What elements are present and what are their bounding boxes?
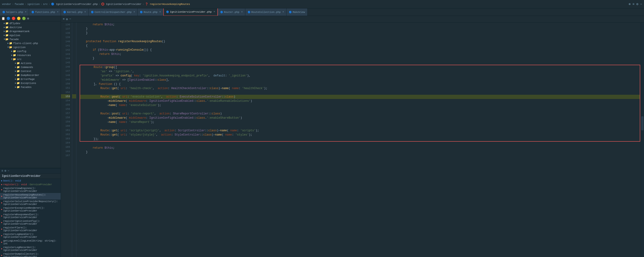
code-line-161: Route::get( uri: 'scripts/{script}', act… [80,129,640,133]
minus-toolbar-icon[interactable]: − [69,17,71,21]
arrow-icon: ▼ [8,46,9,49]
struct-toolbar-icon3[interactable]: − [8,169,9,173]
settings-icon[interactable]: ⚙ [636,2,638,6]
folder-icon: 📂 [9,46,12,49]
sidebar-item-doctrine[interactable]: ▶ 📁 doctrine [0,25,61,29]
tab-label: Router.php [224,11,240,14]
sidebar-item-label: DumpRecorder [20,74,39,77]
sidebar-item-context[interactable]: ▶ 📁 Context [0,69,61,73]
struct-item-exception-renderer[interactable]: ● registerExceptionRenderer(): IgnitionS… [0,206,61,213]
tab-label: MakeView [292,11,305,14]
sidebar-toolbar-icon6[interactable]: ⚙ [27,17,29,21]
sidebar-item-config[interactable]: ▶ 📁 config [0,49,61,53]
sidebar-item-exceptions[interactable]: ▶ 📁 Exceptions [0,81,61,85]
tab-label: Route.php [144,11,158,14]
struct-item-ignition-config[interactable]: ● registerIgnitionConfig(): IgnitionServ… [0,219,61,226]
folder-icon: 📂 [13,58,16,61]
struct-item-label: registerDumpCollector(): IgnitionService… [3,252,60,257]
sidebar-item-dragonmantank[interactable]: ▶ 📁 dragonmantank [0,29,61,33]
sidebar-item-resources[interactable]: ▶ 📁 resources [0,53,61,57]
tab-ignition-service-provider[interactable]: 🔵 IgnitionServiceProvider.php × [163,9,218,16]
struct-item-housekeeping[interactable]: ● registerHousekeepingRoutes(): Ignition… [0,193,61,199]
left-panel: 📋 🔵 🔴 🟡 🟢 ⚙ ▶ 📁 dflydev ▶ 📁 doctrine [0,16,61,257]
breadcrumb-file[interactable]: 🔵 IgnitionServiceProvider.php [51,3,98,6]
breadcrumb: vendor › facade › ignition › src › 🔵 Ign… [2,3,627,6]
tabs-bar: 🔵 helpers.php × 🔵 functions.php × 🔵 Kern… [0,9,644,16]
sidebar-item-facades[interactable]: ▶ 📁 Facades [0,85,61,89]
tab-route-collection[interactable]: 🔵 RouteCollection.php × [245,9,286,16]
sidebar-item-errorpage[interactable]: ▶ 📁 ErrorPage [0,77,61,81]
tab-controller-dispatcher[interactable]: 🔵 ControllerDispatcher.php × [88,9,138,16]
code-line-166: } [79,150,641,154]
code-line-139 [79,35,641,39]
breadcrumb-facade[interactable]: facade [14,3,24,6]
struct-item-boot[interactable]: ● boot(): void [0,179,61,183]
arrow-icon: ▶ [15,70,16,73]
breadcrumb-vendor[interactable]: vendor [2,3,11,6]
code-line-155: →name( name: 'executeSolution'); [80,103,640,107]
breadcrumb-class[interactable]: ⭕ IgnitionServiceProvider [101,3,142,6]
folder-icon: 📁 [6,22,9,25]
tab-functions[interactable]: 🔵 functions.php × [29,9,61,16]
struct-item-whoops[interactable]: ● registerWhoopsHandler(): IgnitionServi… [0,213,61,219]
close-tab-icon[interactable]: × [241,11,243,13]
structure-panel: ≡ ⚙ − IgnitionServiceProvider ● boot(): … [0,168,61,257]
struct-item-dump-collector[interactable]: ● registerDumpCollector(): IgnitionServi… [0,252,61,257]
code-line-152 [80,91,640,95]
method-icon: ● [1,241,2,244]
tab-router[interactable]: 🔵 Router.php × [218,9,245,16]
sidebar-item-ignition[interactable]: ▼ 📂 ignition [0,45,61,49]
sidebar-item-commands[interactable]: ▶ 📁 Commands [0,65,61,69]
close-tab-icon[interactable]: × [57,11,58,13]
sidebar-toolbar-icon3[interactable]: 🔴 [12,17,16,21]
sidebar-item-egulias[interactable]: ▶ 📁 egulias [0,33,61,37]
sidebar-item-label: flare-client-php [13,42,38,45]
php-icon: 🔵 [63,11,66,14]
close-tab-icon[interactable]: × [214,11,215,13]
code-content[interactable]: return $this; } } protected function reg… [76,23,641,257]
breadcrumb-method[interactable]: ❓ registerHousekeepingRoutes [145,3,190,6]
struct-item-label: registerViewEngines(): IgnitionServicePr… [3,187,60,192]
struct-toolbar-icon1[interactable]: ≡ [2,169,3,173]
close-tab-icon[interactable]: × [282,11,284,13]
tab-kernel[interactable]: 🔵 Kernel.php × [61,9,88,16]
close-tab-icon[interactable]: × [25,11,26,13]
code-line-144: } [79,56,641,61]
breadcrumb-src[interactable]: src [43,3,48,6]
sidebar-item-dumprecorder[interactable]: ▶ 📁 DumpRecorder [0,73,61,77]
settings-toolbar-icon[interactable]: ⚙ [66,17,68,21]
close-tab-icon[interactable]: × [159,11,161,13]
struct-item-log-recorder[interactable]: ● registerLogRecorder(): IgnitionService… [0,245,61,252]
tab-helpers[interactable]: 🔵 helpers.php × [0,9,29,16]
code-editor[interactable]: 136 137 138 139 140 141 142 143 144 145 … [61,23,644,257]
struct-item-log-handler[interactable]: ● registerLogHandler(): IgnitionServiceP… [0,232,61,239]
sidebar-item-actions[interactable]: ▶ 📁 Actions [0,61,61,65]
sidebar-item-dflydev[interactable]: ▶ 📁 dflydev [0,21,61,25]
sidebar-toolbar-icon1[interactable]: 📋 [2,17,5,21]
sidebar-toolbar-icon4[interactable]: 🟡 [17,17,20,21]
scrollbar-minimap[interactable] [641,23,644,257]
sidebar-item-flare[interactable]: ▶ 📁 flare-client-php [0,41,61,45]
minus-icon[interactable]: − [640,2,642,6]
tab-route[interactable]: 🔵 Route.php × [138,9,163,16]
align-icon[interactable]: ≡ [632,2,634,6]
sidebar-toolbar-icon2[interactable]: 🔵 [6,17,10,21]
sidebar-toolbar-icon5[interactable]: 🟢 [22,17,26,21]
struct-item-register[interactable]: ● register(): void ↑ServiceProvider [0,183,61,186]
struct-item-solution-repo[interactable]: ● registerSolutionProviderRepository(): … [0,199,61,206]
php-icon: 🔵 [220,11,223,14]
struct-item-viewengines[interactable]: ● registerViewEngines(): IgnitionService… [0,186,61,193]
align-toolbar-icon[interactable]: ≡ [63,17,65,21]
circle-icon[interactable]: ⊕ [628,2,630,6]
tab-makeview[interactable]: 🔵 MakeView [286,9,308,16]
sidebar-item-src[interactable]: ▼ 📂 src [0,57,61,61]
sidebar-item-label: config [17,50,26,53]
arrow-icon: ▶ [4,26,5,29]
struct-item-loglevel[interactable]: ● getLogLevel(logLevelString: string): i… [0,239,61,245]
struct-item-flare[interactable]: ● registerFlare(): IgnitionServiceProvid… [0,226,61,232]
close-tab-icon[interactable]: × [134,11,135,13]
sidebar-item-facade[interactable]: ▼ 📂 facade [0,37,61,41]
breadcrumb-ignition[interactable]: ignition [27,3,40,6]
close-tab-icon[interactable]: × [84,11,86,13]
struct-toolbar-icon2[interactable]: ⚙ [4,169,6,173]
